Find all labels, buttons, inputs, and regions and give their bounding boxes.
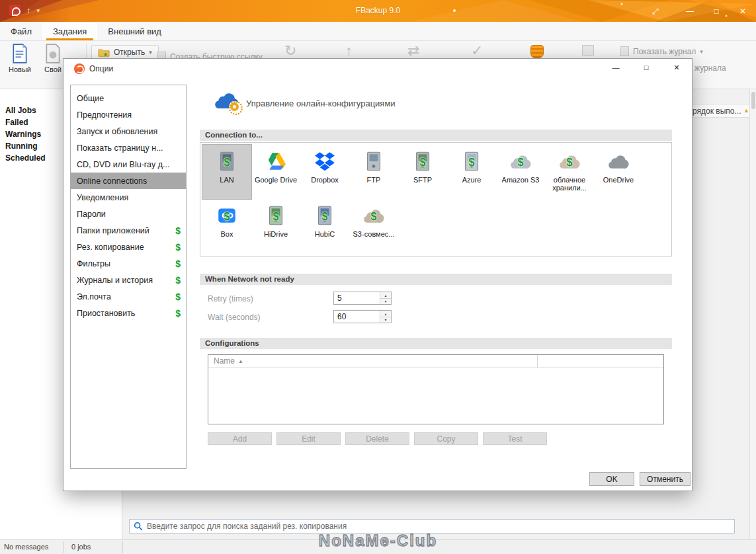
ftp-drive-icon <box>361 149 386 174</box>
dollar-badge-icon: $ <box>371 211 377 223</box>
dollar-badge-icon: $ <box>518 157 524 169</box>
dialog-minimize-button[interactable]: — <box>605 59 627 76</box>
connection-ftp[interactable]: FTP <box>349 145 398 199</box>
connection-s3-compatible[interactable]: $ S3-совмес... <box>349 199 398 253</box>
wait-spinner[interactable]: ▴ ▾ <box>333 310 392 323</box>
panel-button[interactable] <box>582 45 594 56</box>
job-search-box[interactable] <box>129 519 735 534</box>
connection-label: Dropbox <box>311 176 339 184</box>
open-folder-icon <box>98 48 110 58</box>
connection-cloud-storage[interactable]: $ облачное хранили... <box>545 145 594 199</box>
search-input[interactable] <box>147 522 730 531</box>
paid-feature-icon: $ <box>175 275 181 286</box>
amazon-s3-icon: $ <box>508 149 533 174</box>
nav-item-logs-history[interactable]: Журналы и история$ <box>71 272 186 288</box>
connection-label: Azure <box>462 176 482 184</box>
connection-dropbox[interactable]: Dropbox <box>300 145 349 199</box>
retry-spinner[interactable]: ▴ ▾ <box>333 292 392 305</box>
google-drive-icon <box>263 149 288 174</box>
maximize-button[interactable]: □ <box>703 0 730 22</box>
connection-label: OneDrive <box>603 176 634 184</box>
spin-up-icon: ▴ <box>384 311 386 316</box>
nav-item-cd-dvd[interactable]: CD, DVD или Blu-ray д... <box>71 156 186 173</box>
nav-item-general[interactable]: Общие <box>71 90 186 106</box>
wait-input[interactable] <box>334 311 380 323</box>
paid-feature-icon: $ <box>175 242 181 253</box>
fbackup-logo-icon <box>74 63 85 74</box>
nav-item-online-connections[interactable]: Online connections <box>71 173 186 189</box>
log-icon <box>620 46 629 56</box>
wait-spin-down-button[interactable]: ▾ <box>380 317 391 323</box>
retry-spin-up-button[interactable]: ▴ <box>380 292 391 299</box>
show-log-button: Показать журнал ▾ <box>620 46 703 56</box>
sparkle-dot <box>453 9 456 12</box>
paid-feature-icon: $ <box>175 258 181 269</box>
name-column-header[interactable]: Name <box>214 356 235 366</box>
configurations-table[interactable]: Name ▲ <box>208 354 664 424</box>
nav-item-app-folders[interactable]: Папки приложений$ <box>71 222 186 239</box>
open-button[interactable]: Открыть ▾ <box>91 45 159 59</box>
connection-hubic[interactable]: $ HubiC <box>300 199 349 253</box>
dropbox-icon <box>312 149 337 174</box>
nav-item-startup[interactable]: Запуск и обновления <box>71 123 186 139</box>
nav-label: Показать страницу н... <box>77 143 163 153</box>
close-button[interactable]: ✕ <box>730 0 756 22</box>
nav-item-email[interactable]: Эл.почта$ <box>71 288 186 305</box>
status-divider <box>63 541 63 553</box>
cancel-button[interactable]: Отменить <box>640 472 691 486</box>
tab-jobs[interactable]: Задания <box>42 22 97 40</box>
retry-input[interactable] <box>334 292 380 304</box>
connection-azure[interactable]: $ Azure <box>447 145 496 199</box>
dollar-badge-icon: $ <box>567 157 573 169</box>
connection-label: LAN <box>220 176 233 184</box>
check-icon: ✓ <box>471 44 483 58</box>
hubic-icon: $ <box>312 203 337 228</box>
section-network-not-ready: When Network not ready <box>200 274 672 285</box>
connection-amazon-s3[interactable]: $ Amazon S3 <box>496 145 545 199</box>
connection-label: Box <box>221 230 233 238</box>
nav-item-passwords[interactable]: Пароли <box>71 206 186 222</box>
dialog-title: Опции <box>89 64 113 73</box>
nav-item-pause[interactable]: Приостановить$ <box>71 305 186 321</box>
retry-spin-down-button[interactable]: ▾ <box>380 299 391 305</box>
nav-item-backup[interactable]: Рез. копирование$ <box>71 239 186 255</box>
connection-hidrive[interactable]: $ HiDrive <box>251 199 300 253</box>
scrollbar-thumb[interactable] <box>751 92 755 109</box>
new-job-button[interactable]: Новый <box>4 44 36 86</box>
dialog-maximize-button[interactable]: □ <box>635 59 657 76</box>
connection-onedrive[interactable]: OneDrive <box>594 145 643 199</box>
nav-item-show-page[interactable]: Показать страницу н... <box>71 139 186 156</box>
backup-db-button[interactable] <box>530 45 544 58</box>
database-icon <box>530 45 544 58</box>
column-divider[interactable] <box>537 355 538 368</box>
partial-column-header-label: рядок выпо... <box>693 106 741 116</box>
nav-label: Папки приложений <box>77 226 149 235</box>
connection-box[interactable]: $ Box <box>202 199 251 253</box>
dialog-close-button[interactable]: ✕ <box>665 59 688 76</box>
wait-spin-up-button[interactable]: ▴ <box>380 311 391 317</box>
new-job-label: Новый <box>9 65 31 73</box>
add-button: Add <box>208 432 272 445</box>
retry-label: Retry (times) <box>208 294 253 303</box>
copy-button: Copy <box>414 432 478 445</box>
nav-label: Фильтры <box>77 259 110 268</box>
ok-button[interactable]: OK <box>589 472 634 486</box>
connection-sftp[interactable]: $ SFTP <box>398 145 447 199</box>
connection-lan[interactable]: $ LAN <box>202 145 251 199</box>
connection-label: Amazon S3 <box>502 176 540 184</box>
fullscreen-button[interactable]: ⤢ <box>642 0 669 22</box>
dollar-badge-icon: $ <box>224 211 230 223</box>
tab-file[interactable]: Файл <box>0 22 42 40</box>
tab-appearance[interactable]: Внешний вид <box>97 22 172 40</box>
minimize-button[interactable]: — <box>677 0 703 22</box>
configurations-table-header[interactable]: Name ▲ <box>208 355 663 368</box>
connection-google-drive[interactable]: Google Drive <box>251 145 300 199</box>
nav-item-preferences[interactable]: Предпочтения <box>71 106 186 123</box>
properties-icon <box>44 44 62 63</box>
nav-label: Уведомления <box>77 193 128 202</box>
nav-item-notifications[interactable]: Уведомления <box>71 189 186 206</box>
lan-drive-icon: $ <box>214 149 239 174</box>
vertical-scrollbar[interactable] <box>749 89 756 539</box>
nav-item-filters[interactable]: Фильтры$ <box>71 255 186 272</box>
status-messages: No messages <box>4 543 48 551</box>
